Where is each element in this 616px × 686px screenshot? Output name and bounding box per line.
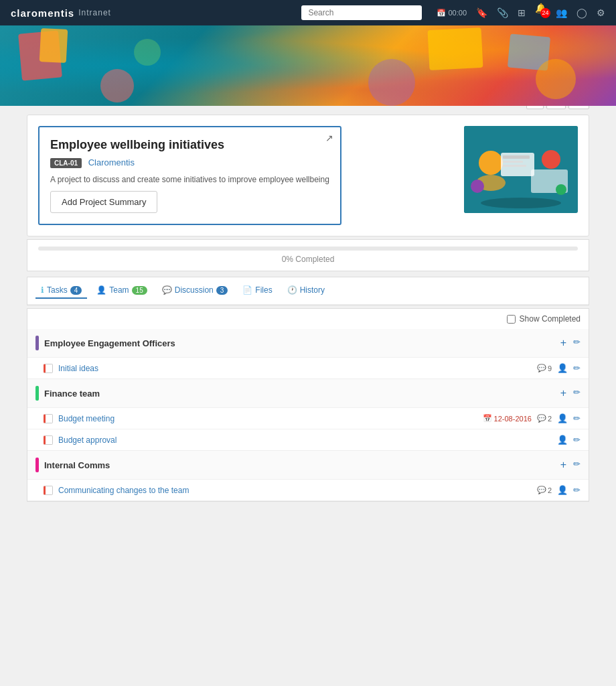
tab-files[interactable]: 📄 Files [237, 283, 277, 299]
tabs-row: ℹ Tasks 4 👤 Team 15 💬 Discussion 3 📄 Fil… [27, 277, 589, 305]
chat-icon-1: 💬 [537, 364, 546, 372]
tasks-info-icon: ℹ [41, 285, 44, 295]
task-edit-1[interactable]: ✏ [573, 363, 581, 373]
progress-label: 0% Completed [282, 255, 335, 264]
task-assign-4[interactable]: 👤 [557, 485, 568, 495]
task-name-1[interactable]: Initial ideas [58, 364, 532, 373]
svg-rect-4 [503, 155, 530, 159]
paperclip-icon[interactable]: 📎 [497, 7, 508, 18]
show-completed-label: Show Completed [520, 314, 581, 324]
add-task-group-3-button[interactable]: + [560, 459, 566, 471]
tab-team-label: Team [109, 285, 129, 295]
table-row: Communicating changes to the team 💬 2 👤 … [27, 479, 589, 500]
task-comments-1: 💬 9 [537, 364, 552, 372]
project-info: ↗ Employee wellbeing initiatives CLA-01 … [38, 126, 453, 225]
calendar-icon-2: 📅 [483, 414, 492, 423]
project-popup: ↗ Employee wellbeing initiatives CLA-01 … [38, 126, 341, 225]
search-container [301, 5, 422, 20]
task-name-3[interactable]: Budget approval [58, 435, 552, 445]
add-project-summary-button[interactable]: Add Project Summary [50, 191, 157, 213]
task-edit-4[interactable]: ✏ [573, 485, 581, 495]
chat-icon-4: 💬 [537, 486, 546, 494]
edit-group-2-button[interactable]: ✏ [573, 387, 581, 399]
tab-tasks[interactable]: ℹ Tasks 4 [35, 283, 87, 299]
group-color-bar-2 [35, 386, 39, 401]
task-comments-4: 💬 2 [537, 486, 552, 494]
project-image [464, 126, 578, 213]
task-assign-3[interactable]: 👤 [557, 435, 568, 445]
task-group-actions-2: + ✏ [560, 387, 581, 399]
task-edit-2[interactable]: ✏ [573, 413, 581, 423]
search-input[interactable] [301, 5, 422, 20]
tab-history[interactable]: 🕐 History [282, 283, 330, 299]
project-description: A project to discuss and create some ini… [50, 175, 329, 184]
tab-team-badge: 15 [132, 286, 147, 295]
table-row: Budget approval 👤 ✏ [27, 429, 589, 450]
task-checkbox-4[interactable] [44, 486, 53, 495]
task-date-2: 📅 12-08-2016 [483, 414, 532, 423]
group-color-bar-3 [35, 458, 39, 472]
task-meta-4: 💬 2 👤 ✏ [537, 485, 581, 495]
popup-arrow-icon: ↗ [325, 133, 333, 143]
task-comments-2: 💬 2 [537, 414, 552, 423]
progress-section: 0% Completed [27, 239, 589, 271]
task-group-header-1: Employee Engagement Officers + ✏ [27, 329, 589, 357]
group-name-3: Internal Comms [44, 460, 110, 470]
project-title: Employee wellbeing initiatives [50, 138, 329, 152]
project-company[interactable]: Claromentis [88, 157, 135, 167]
svg-point-9 [471, 180, 484, 193]
timer-icon: 📅 [437, 9, 446, 17]
show-completed-checkbox[interactable] [507, 315, 516, 324]
task-group-label-1: Employee Engagement Officers [35, 336, 175, 350]
svg-point-10 [556, 184, 566, 195]
team-user-icon: 👤 [96, 285, 106, 295]
task-checkbox-1[interactable] [44, 364, 53, 373]
grid-icon[interactable]: ⊞ [518, 7, 526, 18]
task-checkbox-2[interactable] [44, 414, 53, 423]
task-edit-3[interactable]: ✏ [573, 435, 581, 445]
task-assign-1[interactable]: 👤 [557, 363, 568, 373]
top-icon-group: 📅 00:00 🔖 📎 ⊞ 🔔 24 👥 ◯ ⚙ [437, 3, 605, 23]
task-meta-3: 👤 ✏ [557, 435, 581, 445]
task-meta-1: 💬 9 👤 ✏ [537, 363, 581, 373]
discussion-chat-icon: 💬 [162, 285, 172, 295]
table-row: Initial ideas 💬 9 👤 ✏ [27, 357, 589, 379]
bell-icon[interactable]: 🔔 24 [535, 3, 546, 23]
logo-text: claromentis [11, 7, 74, 19]
tab-discussion[interactable]: 💬 Discussion 3 [157, 283, 234, 299]
files-icon: 📄 [242, 285, 252, 295]
svg-point-11 [481, 198, 561, 208]
task-group-header-2: Finance team + ✏ [27, 379, 589, 407]
add-task-group-1-button[interactable]: + [560, 337, 566, 349]
add-task-group-2-button[interactable]: + [560, 387, 566, 399]
tab-team[interactable]: 👤 Team 15 [91, 283, 152, 299]
notification-badge: 24 [540, 8, 550, 18]
logo-suffix: Intranet [78, 8, 111, 17]
gear-icon[interactable]: ⚙ [597, 7, 605, 18]
table-row: Budget meeting 📅 12-08-2016 💬 2 👤 ✏ [27, 407, 589, 429]
tabs-section: ℹ Tasks 4 👤 Team 15 💬 Discussion 3 📄 Fil… [27, 277, 589, 305]
bookmark-icon[interactable]: 🔖 [476, 7, 487, 18]
edit-group-3-button[interactable]: ✏ [573, 459, 581, 471]
svg-point-1 [479, 151, 503, 175]
task-meta-2: 📅 12-08-2016 💬 2 👤 ✏ [483, 413, 581, 423]
hero-banner: Home Company Departments Resources Docum… [0, 25, 616, 106]
svg-rect-5 [503, 161, 523, 163]
circle-icon[interactable]: ◯ [576, 7, 587, 18]
task-checkbox-3[interactable] [44, 435, 53, 445]
task-group-1: Employee Engagement Officers + ✏ Initial… [27, 329, 589, 379]
group-color-bar-1 [35, 336, 39, 350]
task-assign-2[interactable]: 👤 [557, 413, 568, 423]
task-group-actions-3: + ✏ [560, 459, 581, 471]
tab-history-label: History [300, 285, 325, 295]
project-card: ↗ Employee wellbeing initiatives CLA-01 … [27, 115, 589, 236]
task-group-label-2: Finance team [35, 386, 100, 401]
project-image-placeholder [464, 126, 578, 213]
task-group-label-3: Internal Comms [35, 458, 110, 472]
task-name-2[interactable]: Budget meeting [58, 414, 477, 423]
svg-rect-6 [503, 165, 526, 167]
edit-group-1-button[interactable]: ✏ [573, 337, 581, 349]
tab-discussion-badge: 3 [216, 286, 228, 295]
people-icon[interactable]: 👥 [556, 7, 567, 18]
task-name-4[interactable]: Communicating changes to the team [58, 486, 532, 495]
